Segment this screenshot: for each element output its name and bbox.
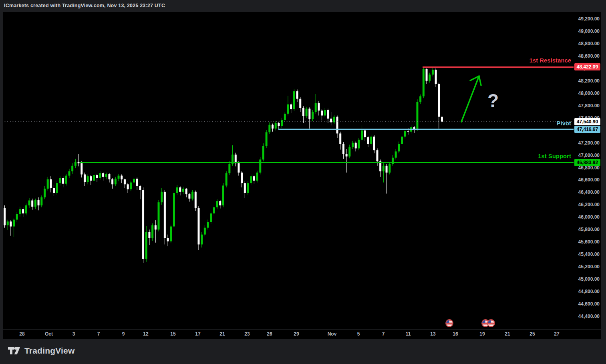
- time-tick-label: 19: [479, 331, 485, 337]
- price-tick-label: 45,200.00: [568, 264, 600, 269]
- price-tick-label: 44,600.00: [568, 301, 600, 307]
- price-tick-label: 48,600.00: [568, 53, 600, 59]
- price-tick-label: 46,400.00: [568, 189, 600, 195]
- time-tick-label: 29: [294, 331, 299, 337]
- price-tick-label: 46,600.00: [568, 177, 600, 183]
- time-tick-label: 25: [529, 331, 535, 337]
- price-tick-label: 46,000.00: [568, 214, 600, 220]
- tradingview-logo-icon: [7, 345, 21, 356]
- price-tick-label: 47,800.00: [568, 103, 600, 109]
- price-tick-label: 49,200.00: [568, 16, 600, 22]
- question-mark-annotation[interactable]: ?: [485, 90, 501, 111]
- time-tick-label: 16: [453, 331, 458, 337]
- event-flag-icon[interactable]: [445, 319, 454, 328]
- time-tick-label: 17: [195, 331, 200, 337]
- pivot-price-tag: 47,416.67: [574, 126, 600, 133]
- time-tick-label: 21: [219, 331, 225, 337]
- time-axis-separator: [3, 329, 601, 330]
- time-tick-label: 3: [72, 331, 75, 337]
- time-tick-label: 23: [244, 331, 250, 337]
- price-tick-label: 46,200.00: [568, 202, 600, 207]
- support-price-tag: 46,883.92: [574, 159, 600, 166]
- price-tick-label: 45,400.00: [568, 251, 600, 257]
- price-tick-label: 47,000.00: [568, 153, 600, 158]
- chart-attribution-text: ICmarkets created with TradingView.com, …: [4, 3, 165, 8]
- time-tick-label: 9: [122, 331, 125, 337]
- time-tick-label: 7: [97, 331, 100, 337]
- price-tick-label: 45,800.00: [568, 227, 600, 232]
- price-tick-label: 45,000.00: [568, 276, 600, 282]
- resistance-label: 1st Resistance: [483, 57, 571, 64]
- time-tick-label: 12: [143, 331, 148, 337]
- time-tick-label: 15: [170, 331, 175, 337]
- price-tick-label: 49,000.00: [568, 28, 600, 34]
- time-tick-label: 13: [430, 331, 435, 337]
- time-tick-label: 11: [406, 331, 411, 337]
- price-tick-label: 44,800.00: [568, 289, 600, 294]
- time-tick-label: 28: [19, 331, 24, 337]
- chart-header: ICmarkets created with TradingView.com, …: [0, 0, 606, 12]
- price-tick-label: 48,000.00: [568, 90, 600, 96]
- tradingview-chart-window: ICmarkets created with TradingView.com, …: [0, 0, 606, 364]
- tradingview-watermark[interactable]: TradingView: [7, 345, 75, 356]
- price-tick-label: 45,600.00: [568, 239, 600, 245]
- time-tick-label: 21: [505, 331, 510, 337]
- time-tick-label: 5: [357, 331, 360, 337]
- resistance-price-tag: 48,422.09: [574, 63, 600, 70]
- time-tick-label: 7: [382, 331, 385, 337]
- price-tick-label: 47,200.00: [568, 140, 600, 146]
- price-tick-label: 48,200.00: [568, 78, 600, 84]
- time-tick-label: 26: [267, 331, 272, 337]
- time-tick-label: 27: [554, 331, 559, 337]
- pivot-label: Pivot: [483, 120, 571, 127]
- time-tick-label: Nov: [328, 331, 337, 337]
- price-tick-label: 44,400.00: [568, 314, 600, 319]
- event-flag-icon[interactable]: [487, 319, 495, 328]
- current-price-tag: 47,540.90: [574, 118, 600, 125]
- tradingview-brand-text: TradingView: [24, 346, 75, 356]
- price-tick-label: 48,800.00: [568, 41, 600, 46]
- time-tick-label: Oct: [45, 331, 53, 337]
- support-label: 1st Support: [483, 153, 571, 159]
